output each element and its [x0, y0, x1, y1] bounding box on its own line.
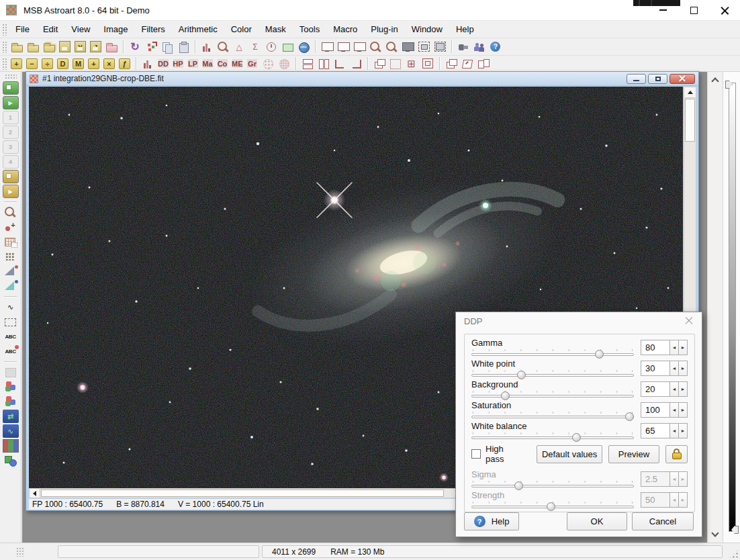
spin-right-button[interactable]: ►: [679, 423, 688, 438]
statistics-icon[interactable]: △: [232, 40, 246, 54]
profile-curve-icon[interactable]: ∿: [3, 300, 19, 314]
menubar-grip[interactable]: [2, 24, 7, 36]
select-star-icon[interactable]: [3, 205, 19, 219]
text-label-icon[interactable]: ABC: [3, 330, 19, 343]
cascade-windows-icon[interactable]: [372, 57, 387, 71]
slider-track[interactable]: [471, 395, 634, 398]
menu-window[interactable]: Window: [405, 21, 449, 38]
open-samples-icon[interactable]: [26, 40, 40, 54]
duplicate-window-icon[interactable]: [444, 57, 459, 71]
save-image-icon[interactable]: [59, 41, 71, 52]
menu-plug-in[interactable]: Plug-in: [364, 21, 404, 38]
color-split-icon[interactable]: [3, 395, 19, 408]
lock-button[interactable]: [665, 445, 688, 463]
color-tools-icon[interactable]: [3, 454, 19, 467]
slider-value[interactable]: 80: [641, 340, 670, 355]
close-image-icon[interactable]: [104, 40, 119, 54]
spin-left-button[interactable]: ◄: [670, 361, 679, 376]
calibrate-median-icon[interactable]: M: [73, 58, 84, 69]
vertical-scroll-thumb[interactable]: [685, 99, 695, 142]
sum-stack-icon[interactable]: Σ: [248, 40, 263, 54]
spin-left-button[interactable]: ◄: [670, 340, 679, 355]
spin-right-button[interactable]: ►: [679, 492, 688, 508]
stop-record-icon[interactable]: [3, 170, 19, 183]
spin-left-button[interactable]: ◄: [670, 381, 679, 397]
magnifier-panel-icon[interactable]: [216, 40, 230, 54]
display-large-icon[interactable]: ···: [352, 40, 367, 54]
save-jpeg-icon[interactable]: J: [90, 41, 101, 52]
default-values-button[interactable]: Default values: [537, 445, 602, 463]
open-image-icon[interactable]: [9, 40, 24, 54]
slider-thumb[interactable]: [572, 433, 581, 442]
run-macro-icon[interactable]: ▶: [3, 96, 19, 109]
menu-view[interactable]: View: [64, 21, 97, 38]
stop-macro-icon[interactable]: [3, 81, 19, 95]
display-medium-icon[interactable]: ··: [336, 40, 351, 54]
calibrate-dark-icon[interactable]: D: [57, 58, 68, 69]
resize-grip[interactable]: [729, 549, 739, 559]
color-curves-icon[interactable]: ∿: [3, 424, 19, 438]
preview-button[interactable]: Preview: [608, 445, 659, 463]
titlebar[interactable]: MSB Astroart 8.0 - 64 bit - Demo: [0, 0, 740, 20]
plugin-icon[interactable]: [456, 40, 471, 54]
internet-icon[interactable]: [296, 40, 311, 54]
image-close-button[interactable]: [669, 74, 695, 84]
ddp-dialog-titlebar[interactable]: DDP: [456, 312, 702, 330]
preset-4-icon[interactable]: 4: [3, 155, 19, 169]
math-offset-icon[interactable]: +: [88, 58, 99, 69]
slider-thumb[interactable]: [547, 502, 555, 511]
spin-left-button[interactable]: ◄: [670, 471, 679, 487]
slider-value[interactable]: 100: [641, 402, 670, 418]
math-function-icon[interactable]: ƒ: [119, 58, 130, 69]
preset-1-icon[interactable]: 1: [3, 111, 19, 124]
ddp-filter-icon[interactable]: DD: [156, 57, 170, 71]
center-window-icon[interactable]: [420, 57, 435, 71]
select-region-icon[interactable]: [388, 57, 403, 71]
slider-thumb[interactable]: [514, 481, 523, 490]
preset-2-icon[interactable]: 2: [3, 126, 19, 139]
undo-redo-icon[interactable]: ↻: [128, 40, 142, 54]
menu-mask[interactable]: Mask: [259, 21, 293, 38]
histogram-icon[interactable]: [199, 40, 214, 54]
spin-left-button[interactable]: ◄: [670, 402, 679, 418]
image-window-titlebar[interactable]: #1 integration29GNB-crop-DBE.fit: [26, 72, 698, 86]
dust-filter-icon[interactable]: [261, 57, 275, 71]
image-restore-button[interactable]: [648, 74, 667, 84]
spin-right-button[interactable]: ►: [679, 381, 688, 397]
slider-track[interactable]: [471, 374, 634, 377]
ok-button[interactable]: OK: [567, 512, 627, 530]
paste-icon[interactable]: [176, 40, 191, 54]
slider-thumb[interactable]: [625, 412, 634, 421]
menu-color[interactable]: Color: [224, 21, 259, 38]
median-filter-icon[interactable]: ME: [230, 57, 244, 71]
statusbar-grip[interactable]: [16, 547, 24, 557]
tile-horizontal-icon[interactable]: [300, 57, 315, 71]
color-gradient-icon[interactable]: [3, 439, 19, 453]
add-reference-star-icon[interactable]: +: [3, 220, 19, 234]
toolbar-grip[interactable]: [2, 41, 7, 53]
maximize-button[interactable]: [678, 0, 709, 20]
high-pass-checkbox[interactable]: [471, 449, 481, 459]
help-button[interactable]: ? Help: [464, 512, 519, 530]
spin-left-button[interactable]: ◄: [670, 423, 679, 438]
math-multiply-icon[interactable]: ×: [103, 58, 115, 69]
math-divide-icon[interactable]: ÷: [42, 58, 53, 69]
tile-windows-icon[interactable]: ⊞: [404, 57, 419, 71]
spin-right-button[interactable]: ►: [679, 361, 688, 376]
slider-value[interactable]: 20: [641, 381, 670, 397]
maximum-filter-icon[interactable]: Ma: [201, 57, 214, 71]
slider-track[interactable]: [471, 506, 634, 508]
spin-right-button[interactable]: ►: [679, 471, 688, 487]
menu-arithmetic[interactable]: Arithmetic: [172, 21, 224, 38]
slider-value[interactable]: 2.5: [641, 471, 670, 487]
color-synthesis-icon[interactable]: [3, 380, 19, 393]
timer-clock-icon[interactable]: [264, 40, 279, 54]
gradient-filter-icon[interactable]: Gr: [246, 57, 259, 71]
stretch-histogram-icon[interactable]: [140, 57, 155, 71]
slider-value[interactable]: 65: [641, 423, 670, 438]
low-pass-filter-icon[interactable]: LP: [186, 57, 199, 71]
scroll-left-button[interactable]: [30, 489, 40, 498]
math-add-icon[interactable]: +: [11, 58, 22, 69]
text-annotate-icon[interactable]: ABC: [3, 344, 19, 358]
copy-icon[interactable]: [160, 40, 175, 54]
